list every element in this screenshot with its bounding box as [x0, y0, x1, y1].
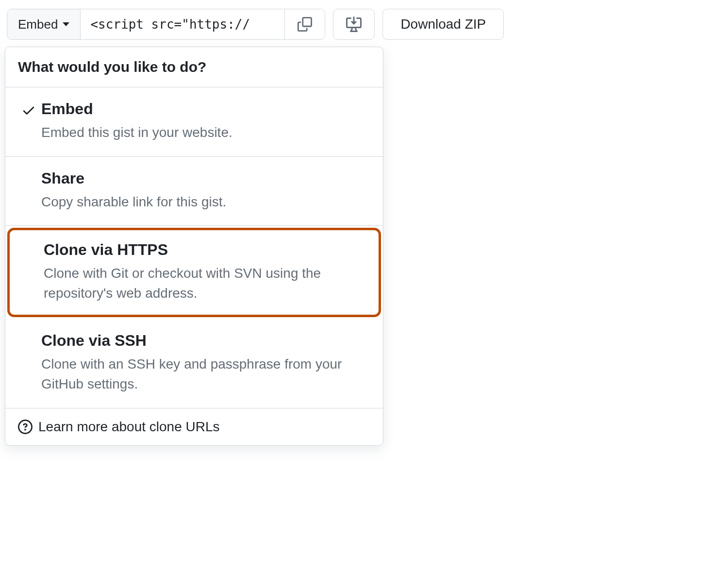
item-title: Share [41, 169, 372, 187]
item-title: Embed [41, 100, 372, 118]
copy-icon [298, 17, 312, 32]
item-title: Clone via SSH [41, 332, 372, 350]
toolbar: Embed Download ZIP [7, 9, 721, 40]
embed-dropdown-button[interactable]: Embed [7, 9, 81, 39]
footer-label: Learn more about clone URLs [38, 419, 220, 435]
copy-button[interactable] [284, 9, 325, 39]
embed-script-input[interactable] [81, 9, 284, 39]
dropdown-header: What would you like to do? [5, 47, 383, 87]
item-desc: Clone with an SSH key and passphrase fro… [41, 355, 372, 394]
dropdown-item-share[interactable]: Share Copy sharable link for this gist. [5, 157, 383, 226]
desktop-download-button[interactable] [333, 9, 375, 40]
item-desc: Embed this gist in your website. [41, 123, 372, 143]
item-desc: Clone with Git or checkout with SVN usin… [44, 264, 370, 303]
caret-down-icon [63, 22, 69, 26]
question-icon [18, 420, 33, 434]
check-icon [16, 100, 41, 118]
embed-label: Embed [18, 17, 58, 32]
desktop-download-icon [346, 17, 362, 32]
dropdown-item-embed[interactable]: Embed Embed this gist in your website. [5, 87, 383, 157]
embed-dropdown-menu: What would you like to do? Embed Embed t… [5, 47, 383, 446]
download-zip-button[interactable]: Download ZIP [382, 9, 504, 40]
item-title: Clone via HTTPS [44, 241, 370, 259]
dropdown-item-clone-ssh[interactable]: Clone via SSH Clone with an SSH key and … [5, 319, 383, 408]
dropdown-item-clone-https[interactable]: Clone via HTTPS Clone with Git or checko… [7, 228, 381, 317]
dropdown-footer-learn-more[interactable]: Learn more about clone URLs [5, 408, 383, 445]
item-desc: Copy sharable link for this gist. [41, 192, 372, 212]
embed-group: Embed [7, 9, 325, 40]
